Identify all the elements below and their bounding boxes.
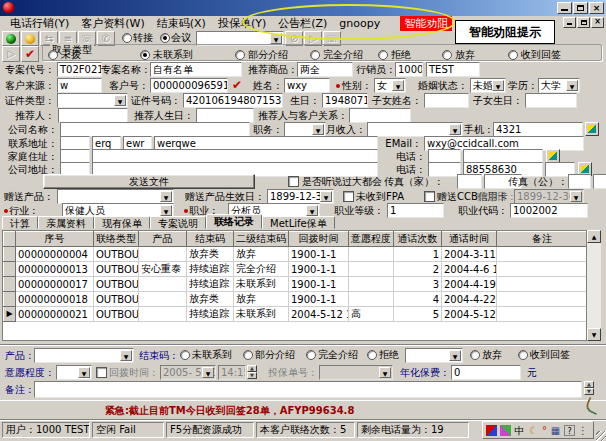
tray-expand-icon[interactable]: ⋮ <box>578 425 582 436</box>
smart-dissuade-prompt-button[interactable]: 智能劝阻提示 <box>455 20 555 44</box>
chevron-down-icon[interactable]: ▼ <box>160 191 172 202</box>
agent-name-field[interactable]: TEST <box>426 62 480 77</box>
tab-relatives[interactable]: 亲属资料 <box>38 216 94 229</box>
table-row[interactable]: 00000000018OUTBOUND放弃类放弃1900-1-142004-4-… <box>4 292 588 307</box>
answer-call-button[interactable] <box>2 31 20 46</box>
endcode-radio-notreached[interactable] <box>180 350 190 360</box>
menu-smart-dissuade-alert[interactable]: 智能劝阻 <box>400 16 452 31</box>
tab-project-notes[interactable]: 专案说明 <box>150 216 206 229</box>
dialtype-radio-partial[interactable] <box>235 50 245 60</box>
fax-home-area-field[interactable] <box>457 174 482 189</box>
close-button[interactable]: × <box>589 2 604 14</box>
menu-bulletin[interactable]: 公告栏(Z) <box>272 16 333 31</box>
chevron-down-icon[interactable]: ▼ <box>270 33 282 44</box>
scroll-down-icon[interactable]: ▼ <box>587 328 601 341</box>
row-marker[interactable] <box>4 277 16 292</box>
id-type-dropdown[interactable]: ▼ <box>57 93 128 108</box>
child-name-field[interactable] <box>424 93 469 108</box>
ccb-checkbox[interactable] <box>424 191 435 202</box>
dialtype-radio-notdialed[interactable] <box>48 50 58 60</box>
remark-textarea[interactable] <box>34 381 582 398</box>
chevron-down-icon[interactable]: ▼ <box>320 191 332 202</box>
child-minimize-button[interactable] <box>563 17 576 28</box>
dialtype-radio-full[interactable] <box>310 50 320 60</box>
gift-date-dropdown[interactable]: 1899-12-30▼ <box>267 189 334 204</box>
tray-color-icon[interactable] <box>500 425 511 436</box>
menu-gnoopy[interactable]: gnoopy <box>333 17 386 30</box>
scroll-up-icon[interactable]: ▲ <box>587 230 601 243</box>
chevron-down-icon[interactable]: ▼ <box>114 95 126 106</box>
table-row[interactable]: 00000000004OUTBOUND放弃类放弃1900-1-112004-3-… <box>4 247 588 262</box>
fpa-checkbox[interactable] <box>343 191 354 202</box>
scroll-down-icon[interactable]: ▼ <box>584 388 594 395</box>
project-code-field[interactable]: T02F021A <box>57 62 102 77</box>
col-header-call-time[interactable]: 通话时间 <box>442 232 497 247</box>
row-marker[interactable] <box>4 262 16 277</box>
tab-contact-records[interactable]: 联络记录 <box>206 214 262 229</box>
child-close-button[interactable]: × <box>591 17 604 28</box>
chevron-down-icon[interactable]: ▼ <box>492 80 504 91</box>
birthday-field[interactable]: 19480715 <box>322 93 368 108</box>
endcode-radio-giveup[interactable] <box>470 350 480 360</box>
tray-app-icon[interactable] <box>486 425 497 436</box>
chevron-down-icon[interactable]: ▼ <box>306 205 318 216</box>
row-marker[interactable] <box>4 292 16 307</box>
referrer-field[interactable] <box>58 108 128 123</box>
menu-customer-data[interactable]: 客户资料(W) <box>75 16 150 31</box>
customer-source-field[interactable]: w <box>57 78 102 93</box>
table-row[interactable]: 00000000017OUTBOUND持续追踪未联系到1900-1-132004… <box>4 277 588 292</box>
endcode-radio-reject[interactable] <box>367 350 377 360</box>
dialtype-radio-notreached[interactable] <box>140 50 150 60</box>
name-field[interactable]: wxy <box>284 78 330 93</box>
mobile-dial-button[interactable] <box>585 122 599 136</box>
keyboard-icon[interactable]: ▦ <box>550 425 561 436</box>
menu-policy-form[interactable]: 投保单(Y) <box>212 16 272 31</box>
minimize-button[interactable] <box>557 2 572 14</box>
col-header-willingness[interactable]: 意愿程度 <box>349 232 394 247</box>
chevron-down-icon[interactable]: ▼ <box>449 124 461 135</box>
project-name-field[interactable]: 自有名单 <box>150 62 242 77</box>
col-header-remark[interactable]: 备注 <box>497 232 588 247</box>
scroll-up-icon[interactable]: ▲ <box>584 381 594 388</box>
child-restore-button[interactable] <box>577 17 590 28</box>
chevron-down-icon[interactable]: ▼ <box>120 350 132 361</box>
col-header-callback-time[interactable]: 回拨时间 <box>289 232 349 247</box>
income-dropdown[interactable]: ▼ <box>367 122 463 137</box>
referrer-relation-field[interactable] <box>349 108 411 123</box>
col-header-product[interactable]: 产品 <box>139 232 187 247</box>
col-header-endcode[interactable]: 结束码 <box>187 232 234 247</box>
col-header-contact-type[interactable]: 联络类型 <box>94 232 139 247</box>
tab-metlife-policies[interactable]: MetLife保单 <box>262 216 335 229</box>
current-row-marker[interactable]: ▶ <box>4 307 16 322</box>
premium-field[interactable]: 0 <box>451 365 521 380</box>
send-file-button[interactable]: 发送文件 <box>43 174 255 189</box>
job-title-dropdown[interactable]: ▼ <box>284 122 326 137</box>
endcode-radio-partial[interactable] <box>243 350 253 360</box>
chevron-down-icon[interactable]: ▼ <box>78 367 90 378</box>
moon-icon[interactable]: ☾ <box>528 425 539 436</box>
marital-dropdown[interactable]: 未婚▼ <box>470 78 506 93</box>
referrer-birthday-field[interactable] <box>196 108 254 123</box>
chevron-down-icon[interactable]: ▼ <box>312 124 324 135</box>
chevron-down-icon[interactable]: ▼ <box>566 80 578 91</box>
result-product-dropdown[interactable]: ▼ <box>34 348 134 363</box>
chevron-down-icon[interactable]: ▼ <box>449 350 461 361</box>
gender-dropdown[interactable]: 女▼ <box>374 78 406 93</box>
gift-product-dropdown[interactable]: ▼ <box>57 189 174 204</box>
confirm-number-button[interactable]: ✔ <box>21 46 39 62</box>
mobile-field[interactable]: 4321 <box>493 122 583 137</box>
chevron-down-icon[interactable]: ▼ <box>392 80 404 91</box>
fax-office-field[interactable] <box>593 174 606 189</box>
heard-metlife-checkbox[interactable] <box>288 176 299 187</box>
endcode-radio-full[interactable] <box>306 350 316 360</box>
dialtype-radio-signed[interactable] <box>508 50 518 60</box>
next-number-button[interactable]: ▷ <box>2 46 20 62</box>
grid-vertical-scrollbar[interactable]: ▲ ▼ <box>587 230 601 341</box>
resize-grip[interactable] <box>596 431 606 441</box>
dialtype-radio-giveup[interactable] <box>442 50 452 60</box>
company-field[interactable] <box>60 122 250 137</box>
col-header-seq[interactable]: 序号 <box>16 232 94 247</box>
education-dropdown[interactable]: 大学▼ <box>538 78 580 93</box>
table-row[interactable]: ▶00000000021OUTBOUND持续追踪未联系到2004-5-12 10… <box>4 307 588 322</box>
menu-end-code[interactable]: 结束码(X) <box>151 16 212 31</box>
